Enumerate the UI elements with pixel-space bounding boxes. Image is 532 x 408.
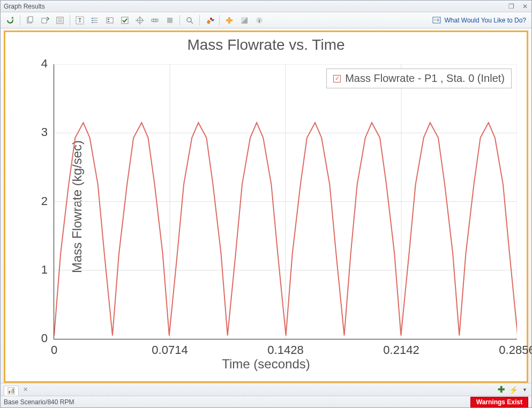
svg-point-12 [92,18,93,19]
checkbox-toggle-icon[interactable] [118,14,131,27]
svg-rect-62 [13,389,14,394]
y-tick-label: 4 [41,57,48,71]
toolbar-separator [199,15,200,26]
status-text: Base Scenario/840 RPM [4,398,74,406]
x-tick-label: 0 [35,343,73,357]
toolbar-separator [70,15,70,26]
svg-point-36 [434,19,436,21]
restore-button[interactable]: ❐ [507,3,515,10]
help-link[interactable]: What Would You Like to Do? [430,16,528,25]
refresh-icon[interactable] [4,14,17,27]
svg-text:i: i [259,18,260,24]
chart-panel: Mass Flowrate vs. Time Mass Flowrate (kg… [4,31,528,383]
stop-icon[interactable] [163,14,176,27]
format-icon[interactable]: ▾ [203,14,216,27]
x-tick-label: 0.0714 [151,343,189,357]
svg-rect-37 [437,19,439,20]
legend-label: Mass Flowrate - P1 , Sta. 0 (Inlet) [345,72,505,85]
info-icon[interactable]: i [253,14,266,27]
svg-rect-2 [42,18,47,23]
plot-svg [54,64,517,339]
help-icon [432,16,441,25]
titlebar: Graph Results ❐ ✕ [1,1,531,12]
window-title: Graph Results [4,3,45,10]
y-tick-label: 2 [41,194,48,208]
svg-rect-60 [9,391,10,393]
y-tick-label: 1 [41,263,48,277]
svg-rect-25 [167,18,173,23]
shade-icon[interactable] [238,14,251,27]
x-tick-label: 0.1428 [267,343,304,357]
window-frame: Graph Results ❐ ✕ T ▾ i What Would You L… [0,0,532,408]
tab-close-icon[interactable]: ✕ [21,386,30,393]
toolbar-separator [179,15,180,26]
svg-rect-16 [108,19,109,20]
lightning-icon[interactable]: ⚡ [508,386,519,394]
svg-rect-18 [122,17,128,24]
y-tick-label: 3 [41,125,48,139]
add-icon[interactable] [223,14,236,27]
svg-rect-22 [152,19,158,21]
status-bar: Base Scenario/840 RPM Warnings Exist [1,396,531,407]
svg-rect-31 [226,19,233,21]
toolbar-separator [20,15,20,26]
svg-point-14 [92,22,93,23]
chart-tab[interactable] [4,386,19,396]
plot-area[interactable]: ✓ Mass Flowrate - P1 , Sta. 0 (Inlet) 01… [54,64,517,339]
legend-checkbox-icon[interactable]: ✓ [333,75,341,82]
svg-rect-17 [108,21,109,22]
crosshair-icon[interactable] [133,14,146,27]
tab-strip: ✕ ✚ ⚡ ▼ [1,383,531,396]
window-controls: ❐ ✕ [507,3,529,10]
svg-rect-15 [107,18,113,23]
svg-point-13 [92,20,93,21]
svg-rect-38 [437,20,439,21]
x-axis-label: Time (seconds) [5,357,527,372]
help-link-label: What Would You Like to Do? [444,17,526,24]
toolbar-separator [219,15,220,26]
add-tab-icon[interactable]: ✚ [497,384,506,395]
list-settings-icon[interactable] [88,14,101,27]
chart-tab-icon [8,387,15,395]
copy-data-icon[interactable] [39,14,51,27]
svg-text:T: T [78,18,81,24]
notes-icon[interactable] [54,14,66,27]
legend-toggle-icon[interactable] [103,14,116,27]
toolbar: T ▾ i What Would You Like to Do? [1,12,531,28]
chart-title: Mass Flowrate vs. Time [5,36,527,54]
svg-line-27 [191,21,193,24]
svg-rect-1 [28,17,33,22]
svg-rect-61 [11,389,12,393]
x-tick-label: 0.2856 [498,343,532,357]
warnings-badge[interactable]: Warnings Exist [470,397,528,407]
range-icon[interactable] [148,14,161,27]
copy-icon[interactable] [24,14,36,27]
svg-point-26 [187,18,191,22]
legend-box[interactable]: ✓ Mass Flowrate - P1 , Sta. 0 (Inlet) [326,69,512,88]
zoom-icon[interactable] [183,14,196,27]
x-tick-label: 0.2142 [383,343,420,357]
close-button[interactable]: ✕ [521,3,529,10]
dropdown-icon[interactable]: ▼ [521,387,528,392]
text-annotation-icon[interactable]: T [73,14,86,27]
